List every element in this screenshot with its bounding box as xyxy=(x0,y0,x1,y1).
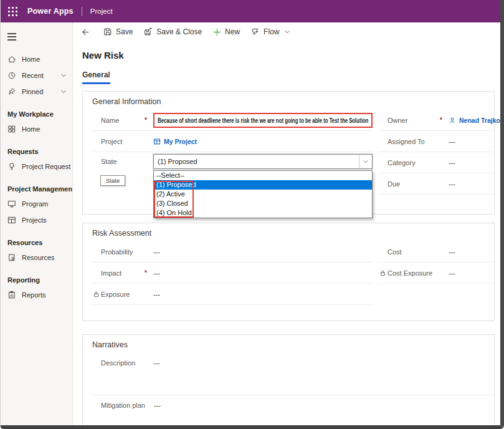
field-label: Cost xyxy=(388,248,440,256)
field-label: Exposure xyxy=(101,291,145,298)
new-icon xyxy=(213,28,221,36)
field-row-assigned-to: Assigned To --- xyxy=(379,131,494,152)
sidebar-item-project-request[interactable]: Project Request xyxy=(1,158,72,175)
field-label: Description xyxy=(101,359,145,367)
waffle-icon[interactable] xyxy=(8,7,17,16)
field-row-probability: Probability --- xyxy=(92,241,373,263)
field-label: Assigned To xyxy=(388,138,440,145)
assigned-to-value[interactable]: --- xyxy=(449,138,455,145)
cost-exposure-value[interactable]: --- xyxy=(449,269,455,277)
field-label: Mitigation plan xyxy=(101,402,145,409)
section-header: Narratives xyxy=(83,335,494,353)
field-label: Cost Exposure xyxy=(388,269,440,277)
lock-icon xyxy=(93,291,100,297)
field-row-exposure: Exposure --- xyxy=(92,284,373,305)
section-narratives: Narratives Description --- Mitigation pl… xyxy=(82,334,495,429)
state-tooltip: State xyxy=(100,175,125,186)
pinned-icon xyxy=(7,87,16,96)
save-and-close-button[interactable]: Save & Close xyxy=(138,24,207,40)
home-icon xyxy=(7,55,16,64)
command-bar: Save Save & Close New Flow xyxy=(73,22,500,41)
state-dropdown-list: --Select-- (1) Proposed (2) Active (3) C… xyxy=(153,170,373,218)
field-row-name: Name * Because of short deadliene there … xyxy=(92,110,373,131)
lock-icon xyxy=(379,269,386,276)
reports-icon xyxy=(7,291,16,299)
field-label: Impact xyxy=(101,269,145,277)
sidebar-item-workplace-home[interactable]: Home xyxy=(1,121,72,137)
recent-icon xyxy=(7,71,16,80)
required-asterisk: * xyxy=(440,117,449,123)
mitigation-plan-value[interactable]: --- xyxy=(154,402,161,409)
app-window: Power Apps Project Home Recent Pinned My… xyxy=(0,0,504,429)
sidebar-group-project-management: Project Management xyxy=(7,185,72,193)
flow-button[interactable]: Flow xyxy=(245,24,296,40)
field-label: State xyxy=(101,158,145,165)
top-app-bar: Power Apps Project xyxy=(1,0,500,22)
chevron-down-icon[interactable] xyxy=(60,89,67,95)
dropdown-option[interactable]: (2) Active xyxy=(154,190,372,199)
exposure-value[interactable]: --- xyxy=(153,291,160,298)
select-chevron-icon[interactable] xyxy=(359,155,372,168)
sitemap-sidebar: Home Recent Pinned My Workplace Home Req… xyxy=(1,22,73,425)
dropdown-option[interactable]: --Select-- xyxy=(154,171,372,180)
environment-name[interactable]: Project xyxy=(90,7,113,15)
sidebar-item-home[interactable]: Home xyxy=(1,51,72,67)
project-record-icon xyxy=(153,138,161,145)
projects-icon xyxy=(7,216,16,224)
section-header: Risk Assessment xyxy=(83,223,494,241)
form-content: New Risk General General Information Nam… xyxy=(73,50,500,429)
app-name[interactable]: Power Apps xyxy=(27,7,74,16)
owner-lookup-value[interactable]: Nenad Trajkovski xyxy=(449,117,504,124)
chevron-down-icon[interactable] xyxy=(60,72,67,79)
impact-value[interactable]: --- xyxy=(153,269,160,277)
due-value[interactable]: --- xyxy=(449,180,455,188)
required-asterisk: * xyxy=(145,269,153,276)
sidebar-item-resources[interactable]: Resources xyxy=(1,249,72,266)
field-label: Probability xyxy=(101,248,145,256)
field-row-cost-exposure: Cost Exposure --- xyxy=(379,263,494,284)
sidebar-item-pinned[interactable]: Pinned xyxy=(1,84,72,100)
name-field-value[interactable]: Because of short deadliene there is risk… xyxy=(158,117,368,124)
chevron-down-icon[interactable] xyxy=(284,29,290,35)
sidebar-group-reporting: Reporting xyxy=(7,276,72,284)
save-icon xyxy=(103,27,112,36)
field-row-due: Due --- xyxy=(379,173,494,195)
section-header: General Information xyxy=(83,92,494,110)
field-row-owner: Owner * Nenad Trajkovski xyxy=(379,110,494,131)
probability-value[interactable]: --- xyxy=(153,248,160,256)
dropdown-option-selected[interactable]: (1) Proposed xyxy=(154,180,372,190)
field-row-impact: Impact * --- xyxy=(92,263,373,284)
save-close-icon xyxy=(144,27,153,36)
sidebar-item-projects[interactable]: Projects xyxy=(1,212,72,228)
back-icon xyxy=(80,27,90,37)
description-value[interactable]: --- xyxy=(153,359,160,367)
tab-general[interactable]: General xyxy=(82,70,110,84)
sidebar-item-program[interactable]: Program xyxy=(1,196,72,212)
back-button[interactable] xyxy=(75,24,94,40)
field-label: Project xyxy=(101,138,145,145)
save-button[interactable]: Save xyxy=(98,24,138,40)
required-asterisk: * xyxy=(145,117,153,123)
sidebar-item-reports[interactable]: Reports xyxy=(1,287,72,303)
hamburger-icon[interactable] xyxy=(4,29,23,45)
state-select[interactable]: (1) Proposed xyxy=(153,154,373,169)
field-row-state: State (1) Proposed xyxy=(92,152,373,171)
dropdown-option[interactable]: (4) On Hold xyxy=(154,208,372,218)
category-value[interactable]: --- xyxy=(449,159,455,166)
field-label: Name xyxy=(101,117,145,124)
dropdown-option[interactable]: (3) Closed xyxy=(154,199,372,208)
annotation-box-name: Because of short deadliene there is risk… xyxy=(153,113,373,128)
field-row-category: Category --- xyxy=(379,152,494,173)
workplace-home-icon xyxy=(7,125,16,133)
form-tabs: General xyxy=(82,69,495,84)
page-title: New Risk xyxy=(82,50,495,60)
sidebar-group-requests: Requests xyxy=(7,148,72,155)
project-lookup-value[interactable]: My Project xyxy=(153,138,197,145)
owner-person-icon xyxy=(449,117,456,124)
project-request-icon xyxy=(7,162,16,171)
flow-icon xyxy=(251,27,260,36)
topbar-divider xyxy=(82,7,82,16)
cost-value[interactable]: --- xyxy=(449,248,455,256)
new-button[interactable]: New xyxy=(207,24,245,40)
sidebar-item-recent[interactable]: Recent xyxy=(1,67,72,84)
